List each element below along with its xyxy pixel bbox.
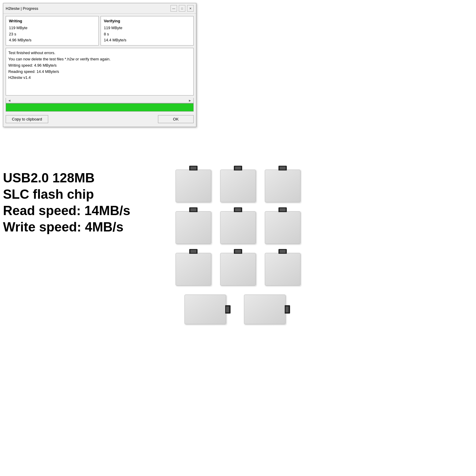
writing-label: Writing bbox=[9, 18, 95, 24]
progress-container bbox=[6, 103, 194, 112]
scroll-right-icon[interactable]: ▶ bbox=[188, 99, 192, 102]
usb-plug-3 bbox=[278, 166, 287, 170]
usb-plug-7 bbox=[189, 249, 198, 254]
progress-bar bbox=[6, 104, 193, 111]
h2testw-window: H2testw | Progress — □ ✕ Writing 119 MBy… bbox=[3, 3, 196, 127]
info-line-4: Write speed: 4MB/s bbox=[3, 219, 170, 235]
info-section: USB2.0 128MB SLC flash chip Read speed: … bbox=[3, 170, 170, 235]
writing-time: 23 s bbox=[9, 31, 95, 37]
window-body: Writing 119 MByte 23 s 4.96 MByte/s Veri… bbox=[3, 14, 196, 127]
log-line: You can now delete the test files *.h2w … bbox=[8, 56, 191, 62]
verifying-label: Verifying bbox=[104, 18, 190, 24]
usb-card-3 bbox=[265, 170, 300, 202]
usb-plug-10 bbox=[225, 305, 231, 314]
usb-card-4 bbox=[176, 211, 211, 244]
usb-plug-1 bbox=[189, 166, 198, 170]
copy-clipboard-button[interactable]: Copy to clipboard bbox=[6, 115, 48, 123]
usb-plug-6 bbox=[278, 207, 287, 212]
info-line-3: Read speed: 14MB/s bbox=[3, 202, 170, 219]
writing-size: 119 MByte bbox=[9, 25, 95, 31]
log-area[interactable]: Test finished without errors.You can now… bbox=[6, 48, 194, 95]
writing-panel: Writing 119 MByte 23 s 4.96 MByte/s bbox=[6, 16, 99, 46]
usb-plug-4 bbox=[189, 207, 198, 212]
close-button[interactable]: ✕ bbox=[187, 5, 194, 12]
minimize-button[interactable]: — bbox=[170, 5, 177, 12]
info-line-1: USB2.0 128MB bbox=[3, 170, 170, 186]
writing-speed: 4.96 MByte/s bbox=[9, 37, 95, 43]
usb-card-10 bbox=[184, 295, 226, 324]
scroll-left-icon[interactable]: ◀ bbox=[7, 99, 12, 102]
usb-plug-11 bbox=[285, 305, 290, 314]
usb-card-6 bbox=[265, 211, 300, 244]
log-line: Writing speed: 4.96 MByte/s bbox=[8, 62, 191, 69]
usb-card-7 bbox=[176, 253, 211, 286]
info-line-2: SLC flash chip bbox=[3, 186, 170, 202]
log-line: Test finished without errors. bbox=[8, 50, 191, 56]
usb-card-11 bbox=[244, 295, 286, 324]
window-title: H2testw | Progress bbox=[6, 6, 38, 11]
usb-plug-2 bbox=[234, 166, 242, 170]
usb-card-1 bbox=[176, 170, 211, 202]
verifying-panel: Verifying 119 MByte 8 s 14.4 MByte/s bbox=[101, 16, 194, 46]
maximize-button[interactable]: □ bbox=[179, 5, 185, 12]
log-line: H2testw v1.4 bbox=[8, 75, 191, 81]
usb-card-grid bbox=[173, 161, 327, 327]
usb-card-8 bbox=[220, 253, 256, 286]
usb-card-5 bbox=[220, 211, 256, 244]
usb-card-9 bbox=[265, 253, 300, 286]
bottom-bar: Copy to clipboard OK bbox=[6, 114, 194, 124]
usb-plug-5 bbox=[234, 207, 242, 212]
verifying-size: 119 MByte bbox=[104, 25, 190, 31]
usb-plug-8 bbox=[234, 249, 242, 254]
ok-button[interactable]: OK bbox=[158, 115, 194, 123]
title-bar: H2testw | Progress — □ ✕ bbox=[3, 3, 196, 14]
window-controls: — □ ✕ bbox=[170, 5, 194, 12]
verifying-speed: 14.4 MByte/s bbox=[104, 37, 190, 43]
log-line: Reading speed: 14.4 MByte/s bbox=[8, 69, 191, 75]
stats-row: Writing 119 MByte 23 s 4.96 MByte/s Veri… bbox=[6, 16, 194, 46]
usb-card-2 bbox=[220, 170, 256, 202]
verifying-time: 8 s bbox=[104, 31, 190, 37]
usb-plug-9 bbox=[278, 249, 287, 254]
horizontal-scrollbar[interactable]: ◀ ▶ bbox=[6, 98, 194, 103]
